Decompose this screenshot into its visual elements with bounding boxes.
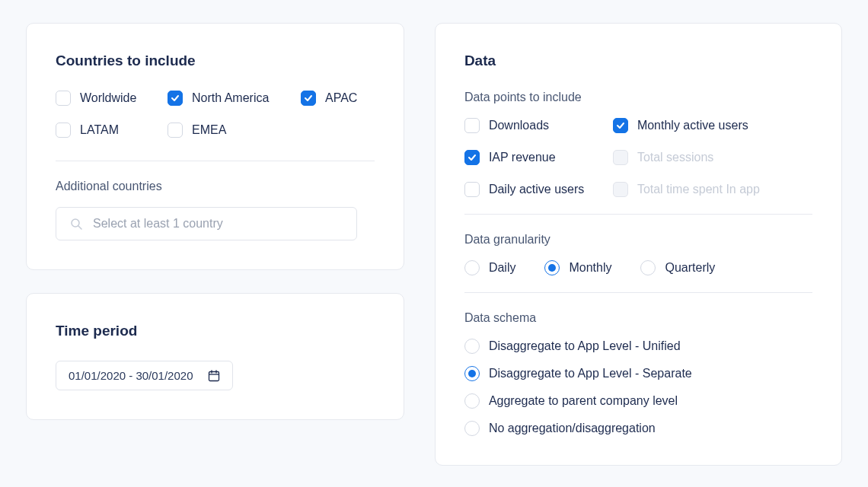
- radio-icon: [464, 260, 480, 275]
- divider: [56, 161, 375, 161]
- radio-icon: [464, 339, 480, 354]
- schema-radio-none[interactable]: No aggregation/disaggregation: [464, 421, 812, 436]
- granularity-label: Data granularity: [464, 233, 812, 247]
- radio-icon: [464, 393, 480, 409]
- country-checkbox-emea[interactable]: EMEA: [168, 123, 301, 138]
- checkbox-label: Downloads: [489, 119, 549, 132]
- checkbox-label: Total time spent In app: [637, 183, 760, 196]
- date-range-value: 01/01/2020 - 30/01/2020: [69, 369, 193, 382]
- svg-line-1: [78, 226, 81, 229]
- checkbox-label: IAP revenue: [489, 151, 556, 164]
- radio-label: Monthly: [569, 261, 611, 275]
- country-search-field[interactable]: [93, 217, 343, 231]
- radio-label: Daily: [489, 261, 516, 275]
- radio-icon: [640, 260, 656, 275]
- country-checkbox-latam[interactable]: LATAM: [56, 123, 168, 138]
- countries-checkbox-group: Worldwide North America APAC LATAM EMEA: [56, 91, 375, 138]
- time-period-title: Time period: [56, 323, 375, 339]
- schema-radio-group: Disaggregate to App Level - Unified Disa…: [464, 339, 812, 436]
- radio-label: Quarterly: [665, 261, 715, 275]
- granularity-radio-monthly[interactable]: Monthly: [544, 260, 611, 275]
- divider: [464, 214, 812, 215]
- granularity-radio-daily[interactable]: Daily: [464, 260, 516, 275]
- search-icon: [70, 218, 82, 230]
- radio-label: Disaggregate to App Level - Unified: [489, 339, 681, 353]
- checkbox-icon: [613, 150, 628, 165]
- datapoint-checkbox-total-time: Total time spent In app: [613, 182, 812, 197]
- datapoint-checkbox-dau[interactable]: Daily active users: [464, 182, 613, 197]
- schema-radio-parent-company[interactable]: Aggregate to parent company level: [464, 393, 812, 409]
- radio-label: Aggregate to parent company level: [489, 394, 678, 408]
- schema-label: Data schema: [464, 311, 812, 325]
- checkbox-icon: [56, 123, 71, 138]
- countries-card: Countries to include Worldwide North Ame…: [26, 23, 404, 270]
- additional-countries-input[interactable]: [56, 207, 357, 240]
- time-period-card: Time period 01/01/2020 - 30/01/2020: [26, 293, 404, 420]
- radio-label: No aggregation/disaggregation: [489, 422, 656, 435]
- checkbox-icon: [464, 182, 480, 197]
- checkbox-label: Total sessions: [637, 151, 714, 164]
- divider: [464, 292, 812, 293]
- radio-label: Disaggregate to App Level - Separate: [489, 367, 692, 380]
- datapoint-checkbox-downloads[interactable]: Downloads: [464, 118, 613, 133]
- granularity-radio-quarterly[interactable]: Quarterly: [640, 260, 715, 275]
- data-points-label: Data points to include: [464, 91, 812, 104]
- checkbox-label: Monthly active users: [637, 119, 748, 132]
- checkbox-icon: [464, 150, 480, 165]
- radio-icon: [544, 260, 560, 275]
- checkbox-icon: [613, 182, 628, 197]
- checkbox-label: North America: [192, 91, 269, 105]
- checkbox-icon: [168, 123, 183, 138]
- country-checkbox-apac[interactable]: APAC: [301, 91, 357, 106]
- data-card: Data Data points to include Downloads Mo…: [435, 23, 842, 466]
- date-range-picker[interactable]: 01/01/2020 - 30/01/2020: [56, 361, 233, 390]
- radio-icon: [464, 366, 480, 381]
- countries-title: Countries to include: [56, 53, 375, 69]
- datapoint-checkbox-iap[interactable]: IAP revenue: [464, 150, 613, 165]
- checkbox-icon: [168, 91, 183, 106]
- data-title: Data: [464, 53, 812, 69]
- checkbox-icon: [613, 118, 628, 133]
- granularity-radio-group: Daily Monthly Quarterly: [464, 260, 812, 275]
- checkbox-label: LATAM: [80, 123, 119, 137]
- datapoint-checkbox-total-sessions: Total sessions: [613, 150, 812, 165]
- country-checkbox-worldwide[interactable]: Worldwide: [56, 91, 168, 106]
- checkbox-label: Daily active users: [489, 183, 584, 196]
- radio-icon: [464, 421, 480, 436]
- datapoint-checkbox-mau[interactable]: Monthly active users: [613, 118, 812, 133]
- calendar-icon: [208, 370, 220, 382]
- checkbox-icon: [56, 91, 71, 106]
- schema-radio-separate[interactable]: Disaggregate to App Level - Separate: [464, 366, 812, 381]
- svg-rect-2: [209, 371, 219, 380]
- checkbox-label: EMEA: [192, 123, 226, 137]
- country-checkbox-north-america[interactable]: North America: [168, 91, 301, 106]
- checkbox-label: APAC: [325, 91, 357, 105]
- additional-countries-label: Additional countries: [56, 180, 375, 193]
- checkbox-icon: [464, 118, 480, 133]
- schema-radio-unified[interactable]: Disaggregate to App Level - Unified: [464, 339, 812, 354]
- checkbox-icon: [301, 91, 316, 106]
- checkbox-label: Worldwide: [80, 91, 136, 105]
- data-points-group: Downloads Monthly active users IAP reven…: [464, 118, 812, 197]
